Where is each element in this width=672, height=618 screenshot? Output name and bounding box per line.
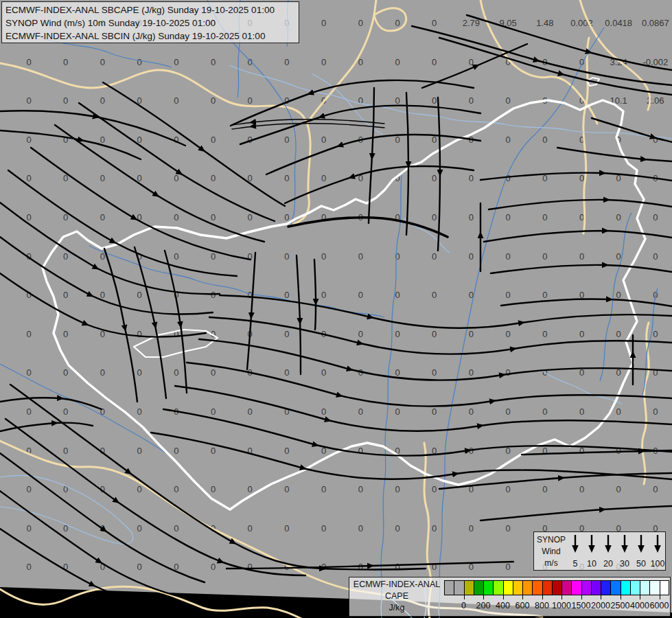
- cape-color-cell: [621, 580, 630, 595]
- cape-colorbar: [444, 580, 669, 595]
- cape-color-cell: [660, 580, 669, 595]
- cape-tick: [621, 595, 621, 599]
- cape-tick: [542, 595, 543, 599]
- cape-tick: [581, 595, 582, 599]
- cape-color-cell: [649, 580, 659, 595]
- cape-tick: [483, 595, 484, 599]
- title-line-sbcape: ECMWF-INDEX-ANAL SBCAPE (J/kg) Sunday 19…: [5, 3, 295, 16]
- wind-speed-cell: 100: [649, 534, 666, 568]
- wind-speed-label: 10: [587, 560, 596, 568]
- cape-tick: [660, 595, 660, 599]
- wind-speed-label: 50: [636, 560, 646, 568]
- cape-color-cell: [522, 580, 532, 595]
- cape-color-cell: [444, 580, 454, 595]
- cape-color-cell: [532, 580, 542, 595]
- cape-color-cell: [474, 580, 483, 595]
- cape-tick: [561, 595, 562, 599]
- wind-speed-label: 30: [620, 560, 629, 568]
- cape-tick: [640, 595, 640, 599]
- down-arrow-icon: [571, 534, 579, 553]
- wind-legend-label: Wind: [537, 547, 566, 556]
- wind-speed-cell: 5: [567, 534, 583, 568]
- cape-color-cell: [640, 580, 649, 595]
- cape-color-cell: [561, 580, 571, 595]
- cape-legend-label: J/kg: [352, 602, 441, 614]
- wind-speed-cell: 10: [583, 534, 600, 568]
- down-arrow-icon: [621, 534, 629, 553]
- cape-color-cell: [601, 580, 610, 595]
- wind-speed-label: 20: [603, 560, 613, 568]
- wind-speed-label: 5: [573, 560, 578, 568]
- title-line-wind: SYNOP Wind (m/s) 10m Sunday 19-10-2025 0…: [5, 16, 295, 30]
- wind-speed-cell: 20: [600, 534, 616, 568]
- cape-color-cell: [513, 580, 522, 595]
- wind-speed-scale: 510203050100: [566, 534, 667, 568]
- cape-color-cell: [503, 580, 513, 595]
- wind-speed-cell: 50: [633, 534, 649, 568]
- cape-tick: [464, 595, 465, 599]
- cape-color-cell: [483, 580, 493, 595]
- wind-speed-cell: 30: [616, 534, 633, 568]
- down-arrow-icon: [604, 534, 612, 553]
- cape-legend-labels: ECMWF-INDEX-ANAL CAPE J/kg: [352, 579, 441, 614]
- cape-color-cell: [493, 580, 502, 595]
- down-arrow-icon: [653, 534, 662, 553]
- cape-color-cell: [571, 580, 581, 595]
- wind-streamlines: [0, 15, 672, 607]
- cape-color-cell: [542, 580, 552, 595]
- cape-legend-panel: ECMWF-INDEX-ANAL CAPE J/kg 0200400600800…: [349, 577, 671, 617]
- wind-speed-label: 100: [651, 560, 665, 568]
- cape-color-cell: [591, 580, 601, 595]
- cape-color-cell: [610, 580, 620, 595]
- cape-legend-label: CAPE: [352, 591, 441, 602]
- weather-map-canvas: 0000000000002.799.051.480.0020.04180.086…: [0, 0, 672, 618]
- title-panel: ECMWF-INDEX-ANAL SBCAPE (J/kg) Sunday 19…: [1, 1, 299, 43]
- cape-tick: [601, 595, 601, 599]
- title-line-sbcin: ECMWF-INDEX-ANAL SBCIN (J/kg) Sunday 19-…: [5, 30, 295, 43]
- cape-tick-label: 6000: [646, 601, 672, 610]
- cape-color-cell: [581, 580, 591, 595]
- wind-legend-labels: SYNOP Wind m/s: [537, 534, 566, 568]
- wind-legend-panel: SYNOP Wind m/s 510203050100: [533, 531, 666, 571]
- cape-color-cell: [630, 580, 640, 595]
- cape-tick: [503, 595, 504, 599]
- wind-legend-label: SYNOP: [537, 535, 566, 545]
- wind-legend-label: m/s: [537, 558, 566, 568]
- cape-tick: [522, 595, 523, 599]
- down-arrow-icon: [588, 534, 596, 553]
- hungary-border: [43, 78, 645, 510]
- cape-color-cell: [454, 580, 463, 595]
- cape-color-cell: [464, 580, 474, 595]
- cape-legend-label: ECMWF-INDEX-ANAL: [352, 579, 441, 591]
- down-arrow-icon: [637, 534, 645, 553]
- cape-color-cell: [552, 580, 561, 595]
- map-vector-layer: [0, 0, 672, 618]
